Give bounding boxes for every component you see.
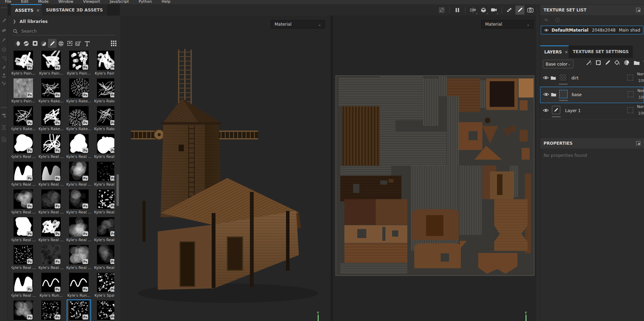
projection-tool-icon[interactable] [0,36,8,44]
brush-thumbnail[interactable]: Ps [97,245,114,264]
menu-item[interactable]: Help [157,0,175,4]
panel-options-icon[interactable] [636,141,641,145]
brush-thumbnail[interactable]: Ps [41,78,61,98]
menu-item[interactable]: Edit [16,0,33,4]
brush-item[interactable]: PsKyle's Real ... [67,217,91,243]
brush-thumbnail[interactable]: Ps [97,162,114,181]
filter-smart-masks-icon[interactable] [31,39,39,48]
viewport-3d[interactable]: Material ⌄ Y [120,16,331,321]
brush-item[interactable]: PsKyle's Real ... [67,161,91,187]
brush-thumbnail[interactable]: Ps [14,162,33,181]
layer-thumbnail[interactable] [559,73,567,82]
brush-item[interactable]: PsKyle's Real ... [11,217,35,243]
brush-thumbnail[interactable]: Ps [41,134,61,153]
tab-texture-set-settings[interactable]: TEXTURE SET SETTINGS [569,45,633,58]
layer-blend-mode[interactable]: Nor [637,72,644,76]
toolbar-grip[interactable] [1,107,7,108]
brush-item[interactable]: PsKyle's Pain... [67,50,91,76]
brush-item[interactable]: PsKyle's Real ... [11,133,35,160]
brush-thumbnail[interactable]: Ps [69,217,89,237]
add-effect-icon[interactable] [586,60,592,66]
brush-item[interactable]: PsKyle's Spat... [39,300,63,321]
filter-smart-materials-icon[interactable] [22,39,31,48]
brush-thumbnail[interactable]: Ps [14,106,33,126]
pause-engine-icon[interactable] [453,6,462,15]
eraser-tool-icon[interactable] [0,26,8,34]
layer-opacity[interactable]: 100 [638,111,644,116]
menu-item[interactable]: Viewport [78,0,105,4]
brush-thumbnail[interactable]: Ps [14,217,33,237]
brush-item[interactable]: PsKyle's Pain... [11,78,35,104]
mask-placeholder[interactable] [627,107,633,113]
brush-item[interactable]: PsKyle's Real ... [11,189,35,215]
brush-thumbnail[interactable]: Ps [97,134,114,153]
brush-thumbnail[interactable]: Ps [97,51,114,70]
3d-view-icon[interactable]: ⌄ [479,6,488,15]
geometry-mask-tool-icon[interactable] [0,46,8,53]
menu-item[interactable]: JavaScript [105,0,134,4]
brush-thumbnail[interactable]: Ps [14,301,33,320]
brush-item[interactable]: PsKyle's Spat... [95,300,114,321]
layer-opacity[interactable]: 100 [638,78,644,83]
brush-item[interactable]: PsKyle's Rake... [11,105,35,132]
layer-row-dirt[interactable]: dirt Nor 100 [540,70,644,87]
brush-item[interactable]: PsKyle's Spat... [11,300,35,321]
brush-item[interactable]: PsKyle's Real ... [39,189,63,215]
brush-item[interactable]: PsKyle's Spat... [67,300,91,321]
shader-mode-dropdown-2d[interactable]: Material ⌄ [481,20,533,28]
brush-thumbnail[interactable]: Ps [97,301,114,320]
brush-thumbnail[interactable]: Ps [41,162,61,181]
filter-patterns-icon[interactable] [65,39,74,48]
bake-pending-icon[interactable] [0,124,8,131]
brush-thumbnail[interactable]: Ps [97,273,114,292]
add-mask-icon[interactable] [595,60,601,66]
brush-thumbnail[interactable]: Ps [41,51,61,70]
file-resource-icon[interactable] [0,135,8,143]
symmetry-stroke-icon[interactable] [505,6,514,15]
brush-item[interactable]: PsKyle's Real ... [39,244,63,271]
brush-thumbnail[interactable]: Ps [69,51,89,70]
brush-thumbnail[interactable]: Ps [69,106,89,126]
layer-blend-mode[interactable]: Nor [637,88,644,93]
filter-filters-icon[interactable] [39,39,48,48]
eye-filter-icon[interactable] [544,17,549,22]
layer-thumbnail[interactable] [552,106,560,114]
tab-substance-3d-assets[interactable]: SUBSTANCE 3D ASSETS [42,4,107,16]
close-icon[interactable]: × [36,8,40,13]
add-group-icon[interactable] [634,60,640,65]
brush-item[interactable]: PsKyle's Real ... [95,217,114,243]
brush-item[interactable]: PsKyle's Real ... [11,244,35,271]
brush-thumbnail[interactable]: Ps [14,245,33,264]
split-view-icon[interactable]: D ⌄ [468,6,478,15]
filter-stamps-icon[interactable] [74,39,83,48]
layer-row-layer1[interactable]: Layer 1 Nor 100 [540,103,644,119]
hide-stencil-icon[interactable] [437,6,446,15]
brush-item[interactable]: PsKyle's Rake... [39,78,63,104]
brush-item[interactable]: PsKyle's Rake... [67,105,91,132]
layer-row-base[interactable]: base Nor 100 [540,87,644,103]
brush-thumbnail[interactable]: Ps [69,273,89,292]
brush-thumbnail[interactable]: Ps [97,189,114,209]
brush-thumbnail[interactable]: Ps [69,189,89,209]
camera-capture-icon[interactable] [526,6,535,15]
brush-item[interactable]: PsKyle's Real ... [95,189,114,215]
layer-thumbnail[interactable] [559,90,568,98]
brush-thumbnail[interactable]: Ps [14,78,33,98]
brush-item[interactable]: PsKyle's Rake... [95,105,114,132]
mask-placeholder[interactable] [627,75,633,81]
menu-item[interactable]: Mode [33,0,54,4]
layer-opacity[interactable]: 100 [638,95,644,100]
add-smart-material-icon[interactable] [624,60,630,66]
brush-thumbnail[interactable]: Ps [69,134,89,153]
paint-mode-icon[interactable] [515,6,524,15]
mask-placeholder[interactable] [628,91,634,97]
brush-thumbnail[interactable]: Ps [41,301,61,320]
close-icon[interactable]: × [565,50,568,54]
polygon-fill-tool-icon[interactable] [0,55,8,62]
layer-blend-mode[interactable]: Nor [637,104,644,109]
brush-item[interactable]: PsKyle's Real ... [39,133,63,160]
eye-icon[interactable] [543,76,549,80]
channel-selector-dropdown[interactable]: Base color ⌄ [543,60,573,68]
brush-thumbnail[interactable]: Ps [14,189,33,209]
filter-brushes-icon[interactable] [48,39,57,48]
